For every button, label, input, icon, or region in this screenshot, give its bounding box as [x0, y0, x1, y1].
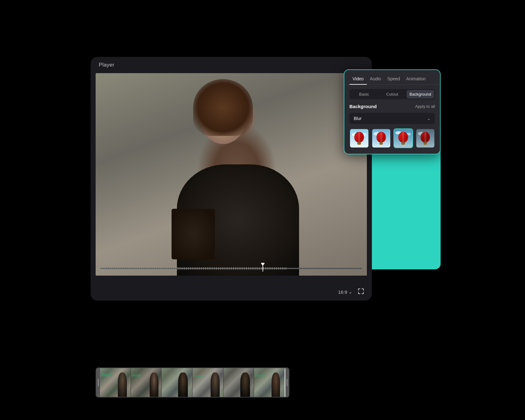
person-silhouette — [96, 73, 367, 276]
scrubber-dots — [101, 267, 362, 270]
background-thumb-3[interactable] — [393, 128, 413, 148]
timeline-playhead — [283, 368, 287, 398]
sub-tab-cutout[interactable]: Cutout — [378, 90, 406, 98]
blur-dropdown[interactable]: Blur ⌄ — [349, 113, 435, 124]
background-thumb-2[interactable] — [372, 128, 391, 148]
frame-thumb-3 — [162, 368, 192, 397]
timeline-strip — [96, 368, 289, 398]
frame-thumb-1 — [100, 368, 131, 397]
monitor: Player — [91, 57, 372, 301]
apply-all-button[interactable]: Apply to all — [415, 104, 435, 109]
video-background — [96, 73, 367, 276]
blur-dropdown-label: Blur — [354, 116, 362, 121]
dropdown-chevron-icon: ⌄ — [427, 116, 431, 121]
frame-thumb-5 — [223, 368, 254, 397]
aspect-ratio-chevron-icon: ⌄ — [348, 289, 352, 295]
tab-video[interactable]: Video — [349, 74, 367, 84]
fullscreen-button[interactable] — [358, 288, 364, 296]
aspect-ratio-button[interactable]: 16:9 ⌄ — [338, 289, 352, 295]
tab-speed[interactable]: Speed — [384, 74, 403, 84]
thumbnail-grid — [349, 128, 435, 148]
sub-tabs: Basic Cutout Background — [349, 89, 435, 99]
aspect-ratio-label: 16:9 — [338, 289, 347, 295]
scene-wrapper: Player — [91, 57, 434, 363]
video-area — [96, 73, 367, 276]
player-label: Player — [99, 62, 114, 68]
properties-panel: Video Audio Speed Animation Basic Cutout… — [344, 69, 441, 154]
frame-thumb-6 — [254, 368, 285, 397]
timeline-frames — [100, 368, 285, 397]
frame-thumb-4 — [192, 368, 223, 397]
background-header: Background Apply to all — [349, 104, 435, 109]
background-section: Background Apply to all Blur ⌄ — [344, 104, 440, 148]
controls-bar: 16:9 ⌄ — [91, 283, 372, 301]
playhead[interactable] — [262, 265, 263, 272]
frame-thumb-2 — [131, 368, 162, 397]
tab-audio[interactable]: Audio — [367, 74, 384, 84]
fullscreen-icon — [358, 288, 364, 295]
background-thumb-4[interactable] — [416, 128, 435, 148]
scrubber-bar[interactable] — [101, 265, 362, 272]
sub-tab-background[interactable]: Background — [407, 90, 434, 98]
scrubber-track[interactable] — [101, 268, 362, 269]
sub-tab-basic[interactable]: Basic — [350, 90, 378, 98]
background-thumb-1[interactable] — [349, 128, 369, 148]
background-title: Background — [349, 104, 377, 109]
tab-animation[interactable]: Animation — [403, 74, 429, 84]
timeline-handle-left[interactable] — [96, 368, 100, 397]
panel-tabs: Video Audio Speed Animation — [344, 70, 440, 85]
